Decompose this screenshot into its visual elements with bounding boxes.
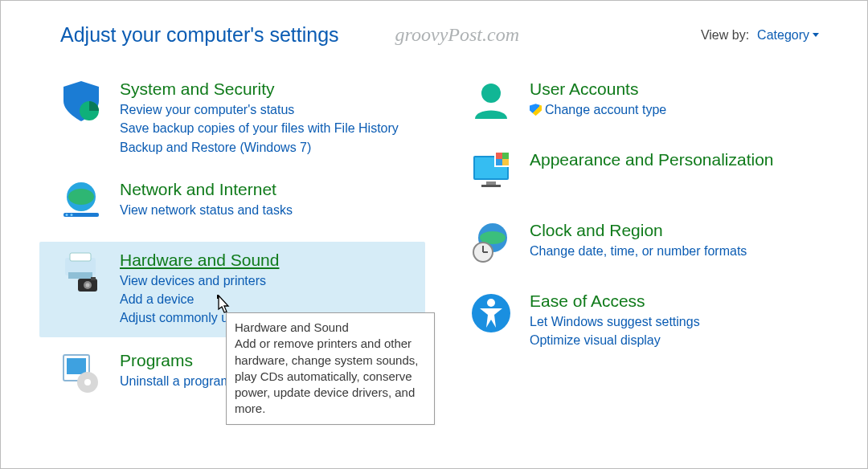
user-icon (467, 79, 515, 127)
tooltip-title: Hardware and Sound (235, 320, 426, 336)
link-ease-of-access[interactable]: Ease of Access (530, 291, 700, 311)
link-hardware-sound[interactable]: Hardware and Sound (120, 250, 344, 270)
link-review-status[interactable]: Review your computer's status (120, 100, 399, 119)
caret-down-icon (813, 33, 819, 37)
svg-rect-23 (496, 159, 502, 165)
monitor-icon (467, 149, 515, 198)
view-by-dropdown[interactable]: Category (757, 28, 819, 43)
view-by-label: View by: (701, 28, 749, 43)
watermark: groovyPost.com (395, 24, 519, 46)
svg-rect-22 (502, 153, 509, 159)
link-file-history[interactable]: Save backup copies of your files with Fi… (120, 119, 399, 137)
view-by: View by: Category (701, 28, 819, 43)
header: Adjust your computer's settings groovyPo… (1, 1, 867, 51)
link-change-account-type[interactable]: Change account type (530, 100, 666, 119)
cursor-icon (215, 295, 232, 316)
globe-icon (57, 179, 105, 227)
svg-point-3 (66, 214, 68, 216)
tooltip-body: Add or remove printers and other hardwar… (235, 336, 426, 417)
clock-globe-icon (467, 220, 515, 268)
tile-appearance: Appearance and Personalization (449, 141, 835, 207)
uac-shield-icon (530, 104, 542, 116)
tile-user-accounts: User Accounts Change account type (449, 71, 835, 137)
svg-rect-7 (68, 272, 92, 279)
tile-network: Network and Internet View network status… (39, 171, 425, 237)
link-user-accounts[interactable]: User Accounts (530, 79, 666, 99)
view-by-value: Category (757, 28, 809, 43)
link-programs[interactable]: Programs (120, 350, 231, 370)
right-column: User Accounts Change account type (449, 71, 835, 413)
shield-icon (57, 79, 105, 127)
link-system-security[interactable]: System and Security (120, 79, 399, 99)
svg-rect-20 (481, 185, 501, 187)
tile-ease-of-access: Ease of Access Let Windows suggest setti… (449, 283, 835, 360)
svg-rect-2 (63, 213, 99, 217)
svg-point-31 (487, 299, 495, 307)
programs-icon (57, 350, 105, 398)
svg-rect-24 (502, 159, 509, 165)
svg-rect-11 (91, 277, 96, 280)
link-devices-printers[interactable]: View devices and printers (120, 271, 344, 290)
link-suggest-settings[interactable]: Let Windows suggest settings (530, 312, 700, 331)
link-network-internet[interactable]: Network and Internet (120, 179, 293, 199)
tile-system-security: System and Security Review your computer… (39, 71, 425, 166)
svg-point-4 (71, 214, 73, 216)
link-date-time-formats[interactable]: Change date, time, or number formats (530, 242, 747, 260)
page-title: Adjust your computer's settings (60, 23, 339, 47)
link-uninstall-program[interactable]: Uninstall a program (120, 372, 231, 390)
accessibility-icon (467, 291, 515, 339)
svg-point-10 (86, 283, 90, 287)
svg-rect-21 (496, 153, 502, 159)
link-backup-restore[interactable]: Backup and Restore (Windows 7) (120, 138, 399, 157)
svg-point-15 (84, 379, 91, 385)
link-network-status[interactable]: View network status and tasks (120, 201, 293, 219)
link-clock-region[interactable]: Clock and Region (530, 220, 747, 240)
link-optimize-display[interactable]: Optimize visual display (530, 331, 700, 349)
tooltip: Hardware and Sound Add or remove printer… (226, 312, 435, 425)
svg-point-16 (481, 84, 501, 103)
svg-rect-19 (486, 181, 496, 185)
link-appearance[interactable]: Appearance and Personalization (530, 149, 774, 169)
link-change-account-type-text: Change account type (545, 100, 666, 119)
svg-rect-13 (67, 358, 86, 374)
printer-camera-icon (57, 250, 105, 298)
tile-clock-region: Clock and Region Change date, time, or n… (449, 212, 835, 278)
svg-rect-6 (70, 253, 91, 261)
svg-rect-32 (217, 295, 219, 299)
